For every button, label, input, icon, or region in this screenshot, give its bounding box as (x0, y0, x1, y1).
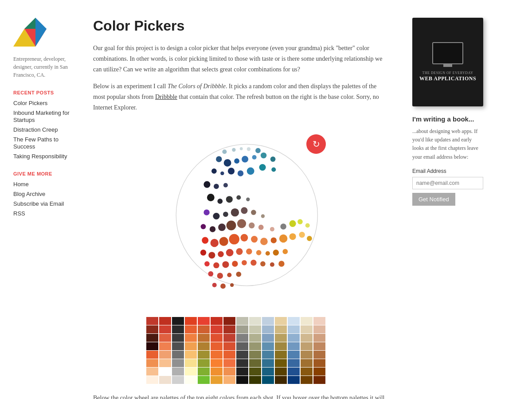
color-swatch (236, 359, 248, 367)
svg-point-25 (214, 184, 219, 189)
svg-point-62 (307, 236, 312, 241)
color-swatch (198, 317, 210, 325)
recent-post-link[interactable]: Distraction Creep (13, 126, 58, 133)
recent-post-link[interactable]: Color Pickers (13, 100, 47, 106)
svg-point-55 (241, 234, 248, 242)
palette-group[interactable] (223, 317, 235, 384)
paragraph-3: Below the color wheel are palettes of th… (93, 393, 386, 399)
recent-post-item: Inbound Marketing for Startups (13, 110, 75, 124)
color-swatch (262, 325, 274, 333)
recent-post-link[interactable]: Inbound Marketing for Startups (13, 110, 69, 123)
svg-point-82 (208, 271, 213, 277)
color-swatch (236, 334, 248, 342)
site-tagline: Entrepreneur, developer, designer, curre… (13, 55, 75, 79)
color-swatch (301, 351, 313, 359)
color-swatch (275, 376, 287, 384)
color-swatch (288, 376, 300, 384)
palette-group[interactable] (172, 317, 184, 384)
give-more-link[interactable]: Blog Archive (13, 191, 45, 197)
color-swatch (185, 359, 197, 367)
color-swatch (275, 351, 287, 359)
color-palettes (146, 317, 332, 384)
color-swatch (159, 334, 171, 342)
color-swatch (236, 376, 248, 384)
palette-group[interactable] (211, 317, 223, 384)
palette-group[interactable] (198, 317, 210, 384)
svg-point-80 (270, 262, 274, 266)
dribbble-link[interactable]: Dribbble (155, 94, 177, 100)
color-swatch (262, 342, 274, 350)
color-swatch (313, 368, 325, 376)
color-swatch (262, 334, 274, 342)
email-input[interactable] (412, 177, 483, 189)
svg-point-75 (222, 261, 229, 268)
give-more-item: RSS (13, 210, 75, 217)
post-footer: Below the color wheel are palettes of th… (93, 393, 386, 399)
recent-post-link[interactable]: Taking Responsibility (13, 153, 67, 160)
color-swatch (185, 376, 197, 384)
color-swatch (313, 359, 325, 367)
palette-group[interactable] (159, 317, 171, 384)
svg-point-39 (201, 224, 206, 229)
get-notified-button[interactable]: Get Notified (412, 193, 455, 206)
palette-group[interactable] (249, 317, 261, 384)
color-swatch (236, 342, 248, 350)
svg-point-22 (259, 164, 266, 171)
palette-grid (146, 317, 332, 384)
palette-group[interactable] (236, 317, 248, 384)
give-more-nav: Home Blog Archive Subscribe via Email RS… (13, 181, 75, 217)
color-swatch (159, 359, 171, 367)
left-sidebar: Entrepreneur, developer, designer, curre… (0, 9, 84, 399)
svg-point-87 (220, 283, 226, 289)
site-logo[interactable] (13, 18, 75, 55)
refresh-button[interactable]: ↻ (306, 134, 326, 154)
color-swatch (198, 368, 210, 376)
color-swatch (301, 317, 313, 325)
book-screen-icon (432, 42, 463, 64)
color-swatch (146, 359, 158, 367)
palette-group[interactable] (275, 317, 287, 384)
give-more-link[interactable]: RSS (13, 210, 25, 217)
palette-group[interactable] (301, 317, 313, 384)
color-wheel-svg (146, 122, 332, 308)
color-swatch (313, 351, 325, 359)
color-swatch (262, 359, 274, 367)
color-swatch (211, 317, 223, 325)
give-more-link[interactable]: Subscribe via Email (13, 200, 64, 207)
svg-point-81 (278, 261, 284, 266)
give-more-link[interactable]: Home (13, 181, 29, 188)
svg-point-48 (289, 220, 296, 227)
svg-point-35 (231, 208, 239, 216)
color-swatch (185, 317, 197, 325)
svg-point-54 (229, 234, 239, 245)
svg-point-56 (251, 236, 258, 243)
color-swatch (172, 351, 184, 359)
palette-group[interactable] (262, 317, 274, 384)
color-swatch (198, 359, 210, 367)
palette-group[interactable] (288, 317, 300, 384)
color-swatch (172, 368, 184, 376)
palette-group[interactable] (146, 317, 158, 384)
color-swatch (223, 342, 235, 350)
svg-point-57 (260, 238, 268, 245)
color-swatch (236, 351, 248, 359)
palette-group[interactable] (185, 317, 197, 384)
page-title: Color Pickers (93, 18, 386, 34)
color-swatch (301, 334, 313, 342)
recent-post-link[interactable]: The Few Paths to Success (13, 136, 59, 150)
palette-group[interactable] (313, 317, 325, 384)
svg-point-38 (261, 214, 265, 218)
give-more-item: Blog Archive (13, 191, 75, 198)
color-swatch (313, 342, 325, 350)
color-swatch (313, 376, 325, 384)
color-swatch (146, 342, 158, 350)
svg-point-84 (227, 273, 231, 277)
svg-point-64 (208, 252, 215, 258)
svg-point-37 (251, 210, 256, 215)
svg-point-61 (299, 232, 305, 238)
color-swatch (211, 359, 223, 367)
paragraph-2: Below is an experiment I call The Colors… (93, 81, 386, 113)
color-swatch (146, 351, 158, 359)
svg-point-36 (241, 207, 247, 214)
color-swatch (288, 359, 300, 367)
